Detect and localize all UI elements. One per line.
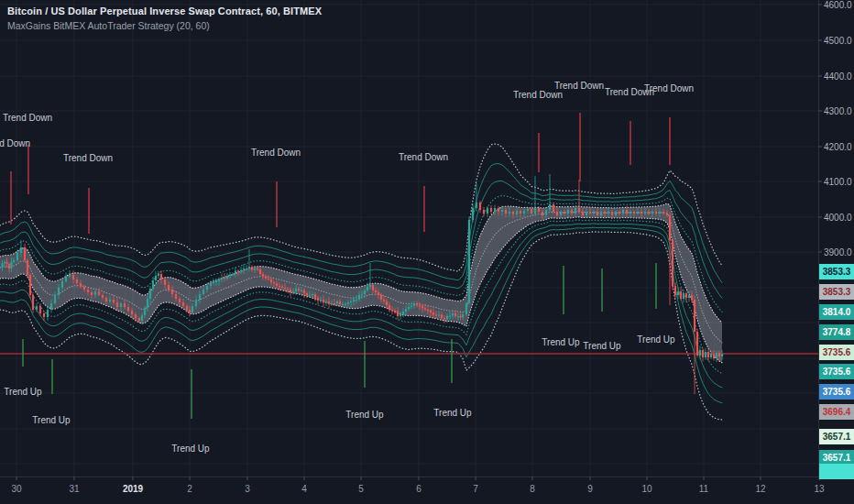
price-tick-label: 4100.0 — [824, 177, 852, 187]
time-tick-label: 30 — [11, 484, 21, 494]
time-tick-label: 7 — [473, 484, 478, 494]
chart-app: Bitcoin / US Dollar Perpetual Inverse Sw… — [0, 0, 854, 504]
price-tick-label: 4600.0 — [824, 0, 852, 10]
time-tick-label: 3 — [245, 484, 250, 494]
time-tick-label: 4 — [301, 484, 307, 494]
price-tick-label: 4200.0 — [824, 142, 852, 152]
indicator-price-tag: 3696.4 — [819, 404, 854, 420]
price-tick-label: 4500.0 — [824, 36, 852, 46]
time-tick-label: 31 — [69, 484, 79, 494]
chart-legend: Bitcoin / US Dollar Perpetual Inverse Sw… — [7, 5, 322, 31]
time-tick-label: 13 — [814, 484, 824, 494]
time-tick-label: 6 — [416, 484, 422, 494]
time-tick-label: 2 — [187, 484, 192, 494]
indicator-price-tag: 3735.6 — [819, 345, 854, 360]
time-tick-label: 9 — [587, 484, 593, 494]
indicator-price-tag: 3657.1 — [819, 429, 854, 444]
price-tick-label: 4400.0 — [824, 71, 852, 82]
indicator-price-tag: 3735.6 — [819, 384, 854, 400]
price-tick-label: 4000.0 — [824, 213, 852, 223]
indicator-price-tag: 3814.0 — [819, 304, 854, 320]
time-tick-label: 5 — [358, 484, 364, 494]
time-tick-label: 11 — [699, 484, 708, 494]
plot-area — [0, 0, 818, 477]
time-tick-label: 10 — [641, 484, 651, 494]
price-chart[interactable] — [0, 0, 854, 504]
symbol-title[interactable]: Bitcoin / US Dollar Perpetual Inverse Sw… — [7, 5, 322, 16]
price-tick-label: 3900.0 — [824, 247, 852, 257]
indicator-price-tag: 3853.3 — [819, 264, 854, 279]
price-tick-label: 4300.0 — [824, 106, 852, 116]
time-tick-label: 2019 — [123, 484, 143, 494]
indicator-price-tag: 3853.3 — [819, 284, 854, 300]
indicator-price-tag: 3774.8 — [819, 324, 854, 340]
time-tick-label: 8 — [530, 484, 535, 494]
strategy-subtitle[interactable]: MaxGains BitMEX AutoTrader Strategy (20,… — [7, 20, 322, 31]
indicator-price-tag: 3735.6 — [819, 364, 854, 379]
time-tick-label: 12 — [755, 484, 765, 494]
indicator-price-tag — [819, 464, 854, 479]
